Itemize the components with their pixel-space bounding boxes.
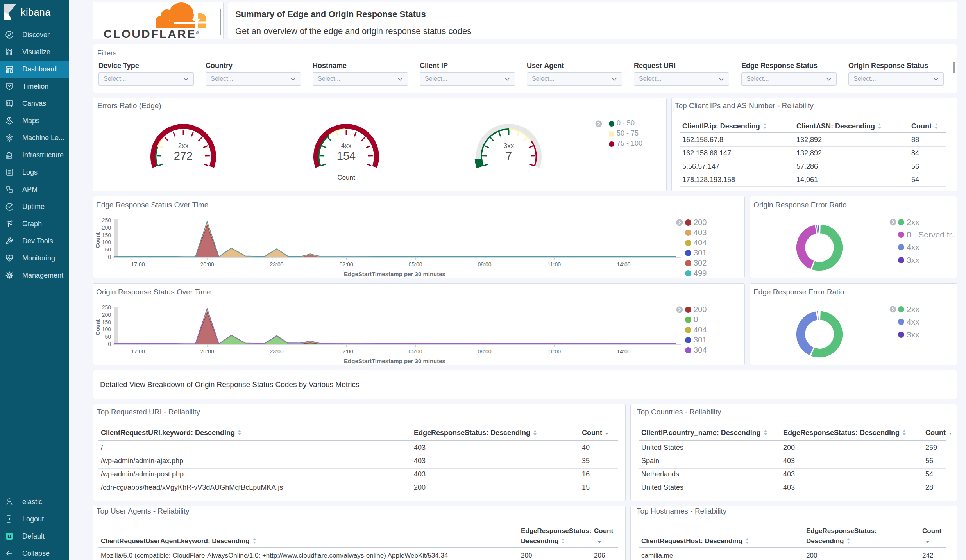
svg-text:D: D	[7, 533, 11, 539]
